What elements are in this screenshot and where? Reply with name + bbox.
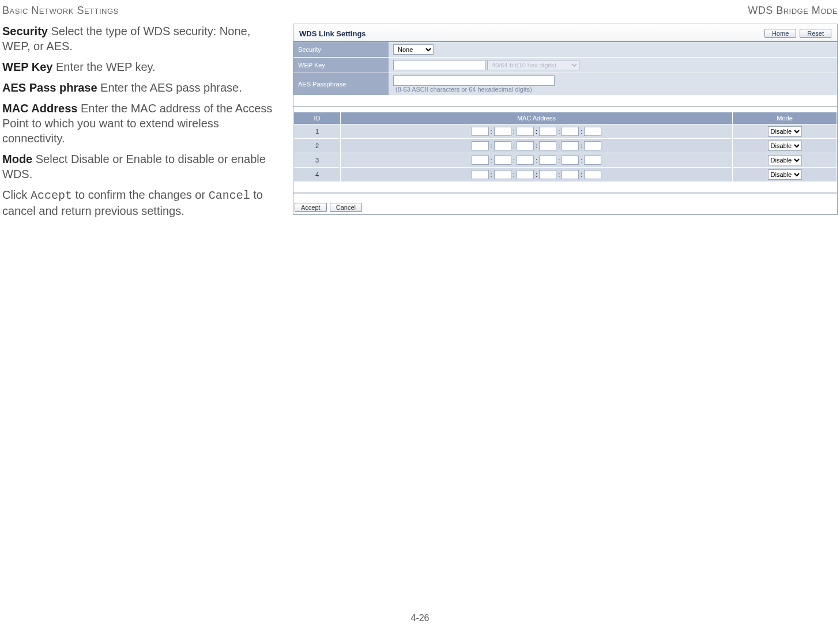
mac-sep: : [581,128,582,135]
mac-octet-input[interactable] [494,127,511,136]
mac-sep: : [491,128,492,135]
mac-octet-input[interactable] [517,156,534,165]
text-mode: Select Disable or Enable to disable or e… [2,153,266,180]
col-id: ID [294,112,340,124]
mac-octet-input[interactable] [517,127,534,136]
settings-table: Security None WEP Key 40/64-bit(10 hex d… [293,42,837,96]
label-aes: AES Passphrase [293,73,389,96]
table-row: 3 : : : : : Disable [294,153,837,167]
mode-select[interactable]: Disable [768,126,802,137]
description-column: Security Select the type of WDS security… [2,24,279,224]
section-divider [293,106,837,107]
header-left: Basic Network Settings [2,5,119,17]
term-mac: MAC Address [2,102,77,115]
term-aes: AES Pass phrase [2,81,97,94]
term-mode: Mode [2,153,32,165]
mac-octet-input[interactable] [562,141,579,150]
mac-octet-input[interactable] [472,127,489,136]
mac-sep: : [513,171,515,178]
mac-octet-input[interactable] [472,170,489,179]
mac-octet-input[interactable] [472,156,489,165]
mac-octet-input[interactable] [539,170,556,179]
cell-mac: : : : : : [341,153,732,167]
cell-mac: : : : : : [341,124,732,138]
label-wepkey: WEP Key [293,58,389,73]
desc-wepkey: WEP Key Enter the WEP key. [2,59,279,74]
mac-octet-input[interactable] [584,170,601,179]
table-row: 2 : : : : : Disable [294,139,837,153]
mac-octet-input[interactable] [562,127,579,136]
mac-octet-input[interactable] [539,141,556,150]
text-wepkey: Enter the WEP key. [52,60,155,73]
desc-security: Security Select the type of WDS security… [2,24,279,54]
mono-cancel: Cancel [209,189,250,202]
mac-sep: : [536,142,537,149]
cell-mac: : : : : : [341,139,732,153]
text-click-mid: to confirm the changes or [72,188,209,201]
mono-accept: Accept [31,189,72,202]
mac-octet-input[interactable] [584,127,601,136]
mac-octet-input[interactable] [562,156,579,165]
table-row: 4 : : : : : Disable [294,168,837,181]
mac-octet-input[interactable] [539,127,556,136]
mac-sep: : [558,157,560,164]
label-security: Security [293,42,389,58]
term-security: Security [2,25,48,37]
header-right: WDS Bridge Mode [748,5,838,17]
text-aes: Enter the AES pass phrase. [97,81,242,94]
cell-id: 4 [294,168,340,181]
mac-sep: : [513,142,515,149]
mac-octet-input[interactable] [584,141,601,150]
mac-octet-input[interactable] [584,156,601,165]
mac-octet-input[interactable] [517,141,534,150]
mac-sep: : [558,142,560,149]
desc-aes: AES Pass phrase Enter the AES pass phras… [2,80,279,95]
wds-settings-panel: WDS Link Settings Home Reset Security No… [293,24,838,215]
mode-select[interactable]: Disable [768,141,802,151]
mac-octet-input[interactable] [562,170,579,179]
mac-sep: : [558,171,560,178]
cancel-button[interactable]: Cancel [330,203,362,212]
security-select[interactable]: None [393,44,434,55]
mac-octet-input[interactable] [517,170,534,179]
mac-sep: : [513,128,515,135]
mode-select[interactable]: Disable [768,155,802,165]
mac-octet-input[interactable] [494,170,511,179]
accept-button[interactable]: Accept [295,203,327,212]
mode-select[interactable]: Disable [768,169,802,180]
mac-sep: : [581,171,582,178]
mac-sep: : [536,128,537,135]
mac-sep: : [491,171,492,178]
mac-octet-input[interactable] [494,141,511,150]
col-mode: Mode [733,112,837,124]
aes-input[interactable] [393,75,555,86]
mac-sep: : [491,157,492,164]
cell-id: 3 [294,153,340,167]
cell-id: 1 [294,124,340,138]
mac-sep: : [536,171,537,178]
mac-sep: : [558,128,560,135]
table-row: 1 : : : : : Disable [294,124,837,138]
home-button[interactable]: Home [764,29,796,38]
wepkey-input[interactable] [393,60,485,70]
term-wepkey: WEP Key [2,60,52,73]
mac-sep: : [513,157,515,164]
mac-octet-input[interactable] [494,156,511,165]
page-number: 4-26 [0,613,840,623]
text-click-pre: Click [2,188,31,201]
mac-octet-input[interactable] [472,141,489,150]
reset-button[interactable]: Reset [800,29,831,38]
desc-actions: Click Accept to confirm the changes or C… [2,187,279,218]
mac-octet-input[interactable] [539,156,556,165]
mac-sep: : [581,157,582,164]
section-divider [293,192,837,194]
aes-hint: (8-63 ASCII characters or 64 hexadecimal… [393,86,833,93]
cell-mac: : : : : : [341,168,732,181]
desc-mode: Mode Select Disable or Enable to disable… [2,152,279,181]
mac-table: ID MAC Address Mode 1 : : : : : Disable [293,112,837,182]
col-mac: MAC Address [341,112,732,124]
mac-sep: : [581,142,582,149]
cell-id: 2 [294,139,340,153]
wepmode-select[interactable]: 40/64-bit(10 hex digits) [487,60,579,70]
mac-sep: : [536,157,537,164]
